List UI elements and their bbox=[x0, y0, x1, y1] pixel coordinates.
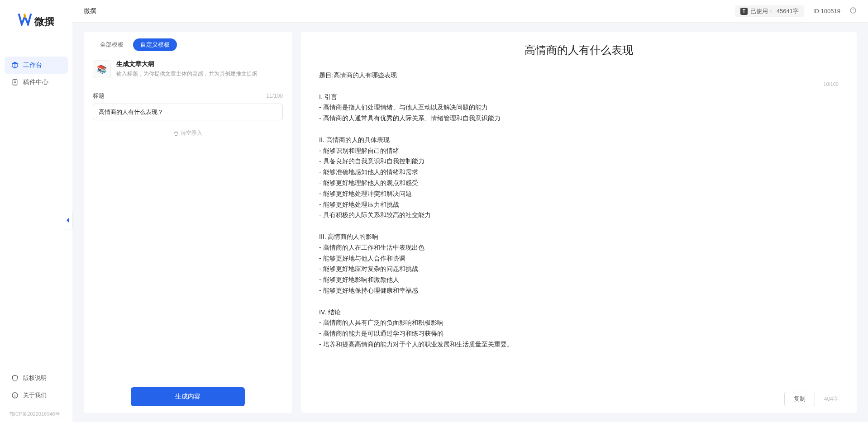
sidebar-collapse-button[interactable] bbox=[63, 211, 72, 229]
icp-text: 鄂ICP备2022016946号 bbox=[0, 408, 72, 422]
clear-label: 清空录入 bbox=[181, 129, 202, 137]
nav-item-workbench[interactable]: 工作台 bbox=[5, 57, 68, 74]
document-icon bbox=[11, 79, 19, 86]
tab-custom-templates[interactable]: 自定义模板 bbox=[133, 38, 177, 51]
sidebar-bottom: 版权说明 关于我们 bbox=[0, 370, 72, 408]
nav-label: 关于我们 bbox=[23, 391, 47, 399]
cube-icon bbox=[11, 62, 19, 69]
nav-label: 版权说明 bbox=[23, 374, 47, 382]
output-panel: 高情商的人有什么表现 10/100 题目:高情商的人有哪些表现 I. 引言 - … bbox=[301, 32, 857, 413]
title-label: 标题 bbox=[93, 92, 105, 100]
tabs: 全部模板 自定义模板 bbox=[93, 38, 283, 51]
word-count: 404字 bbox=[824, 395, 839, 403]
usage-label: 已使用： bbox=[750, 7, 774, 15]
usage-badge[interactable]: T 已使用： 45641字 bbox=[735, 5, 804, 17]
output-heading: 高情商的人有什么表现 bbox=[319, 43, 839, 57]
main: 微撰 T 已使用： 45641字 ID:100519 全部模板 自定义模板 bbox=[72, 0, 868, 422]
user-id: ID:100519 bbox=[813, 8, 840, 14]
title-field-header: 标题 11/100 bbox=[93, 92, 283, 100]
logo-icon bbox=[18, 14, 32, 29]
topbar-right: T 已使用： 45641字 ID:100519 bbox=[735, 5, 857, 17]
page-title: 微撰 bbox=[84, 7, 96, 15]
title-input[interactable] bbox=[93, 104, 283, 120]
content: 全部模板 自定义模板 📚 生成文章大纲 输入标题，为你提供文章主体的灵感，并为其… bbox=[72, 23, 868, 422]
nav-item-about[interactable]: 关于我们 bbox=[5, 387, 68, 404]
clear-button[interactable]: 清空录入 bbox=[93, 129, 283, 137]
input-panel: 全部模板 自定义模板 📚 生成文章大纲 输入标题，为你提供文章主体的灵感，并为其… bbox=[84, 32, 292, 413]
nav-label: 稿件中心 bbox=[23, 78, 48, 86]
trash-icon bbox=[173, 131, 179, 136]
books-icon: 📚 bbox=[93, 60, 111, 78]
copy-button[interactable]: 复制 bbox=[784, 392, 815, 406]
template-desc: 输入标题，为你提供文章主体的灵感，并为其创建推文提纲 bbox=[116, 70, 258, 78]
sidebar: 微撰 工作台 稿件中心 版权说明 关于我们 鄂ICP备2022016946号 bbox=[0, 0, 72, 422]
power-icon bbox=[849, 7, 857, 14]
output-footer: 复制 404字 bbox=[319, 387, 839, 406]
template-title: 生成文章大纲 bbox=[116, 60, 258, 68]
output-body: 题目:高情商的人有哪些表现 I. 引言 - 高情商是指人们处理情绪、与他人互动以… bbox=[319, 61, 839, 387]
logo[interactable]: 微撰 bbox=[0, 14, 72, 29]
nav-label: 工作台 bbox=[23, 61, 42, 69]
title-counter: 11/100 bbox=[266, 93, 283, 99]
chevron-left-icon bbox=[66, 217, 70, 223]
power-button[interactable] bbox=[849, 7, 857, 15]
info-icon bbox=[11, 392, 19, 399]
nav-item-drafts[interactable]: 稿件中心 bbox=[5, 74, 68, 91]
nav: 工作台 稿件中心 bbox=[0, 57, 72, 370]
nav-item-copyright[interactable]: 版权说明 bbox=[5, 370, 68, 387]
shield-icon bbox=[11, 375, 19, 382]
text-icon: T bbox=[740, 8, 748, 15]
usage-value: 45641字 bbox=[777, 7, 799, 15]
output-title-counter: 10/100 bbox=[823, 81, 839, 87]
template-card: 📚 生成文章大纲 输入标题，为你提供文章主体的灵感，并为其创建推文提纲 bbox=[93, 60, 283, 78]
topbar: 微撰 T 已使用： 45641字 ID:100519 bbox=[72, 0, 868, 23]
tab-all-templates[interactable]: 全部模板 bbox=[93, 38, 131, 51]
generate-button[interactable]: 生成内容 bbox=[131, 387, 245, 406]
logo-text: 微撰 bbox=[34, 15, 54, 28]
